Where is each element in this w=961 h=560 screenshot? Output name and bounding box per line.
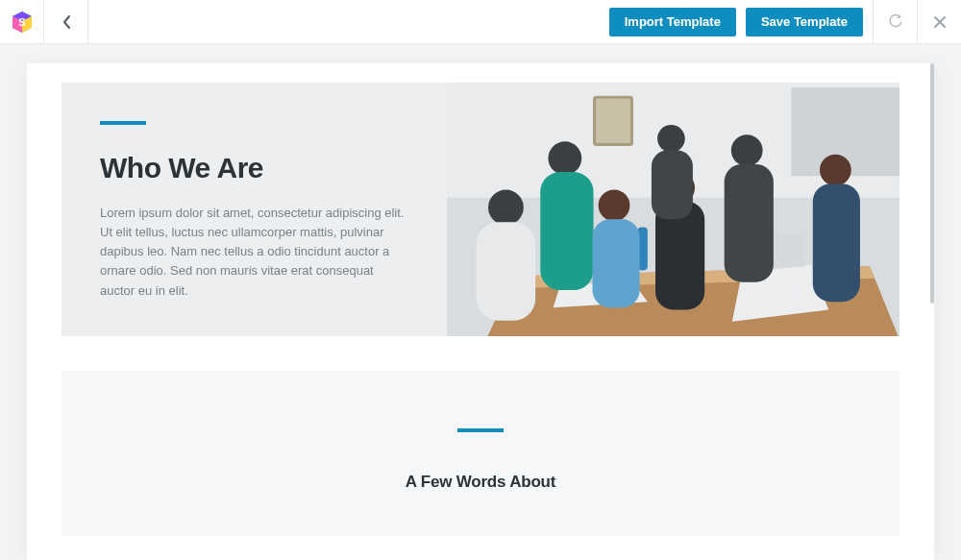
svg-point-18 (549, 141, 582, 175)
hero-body[interactable]: Lorem ipsum dolor sit amet, consectetur … (100, 204, 408, 301)
template-page: Who We Are Lorem ipsum dolor sit amet, c… (27, 63, 934, 560)
svg-rect-21 (593, 219, 640, 307)
save-template-button[interactable]: Save Template (746, 8, 863, 37)
about-title[interactable]: A Few Words About (406, 473, 556, 492)
toolbar-spacer (88, 0, 609, 43)
svg-point-24 (657, 125, 685, 153)
svg-point-20 (599, 190, 630, 222)
close-icon (933, 15, 947, 29)
svg-rect-31 (774, 282, 793, 296)
scrollbar[interactable] (930, 63, 934, 304)
hero-section[interactable]: Who We Are Lorem ipsum dolor sit amet, c… (62, 83, 899, 336)
svg-point-16 (488, 190, 524, 226)
app-root: S Import Template Save Template (0, 0, 961, 560)
svg-rect-7 (595, 97, 632, 144)
topbar: S Import Template Save Template (0, 0, 961, 44)
refresh-icon (888, 14, 903, 30)
close-button[interactable] (917, 0, 961, 43)
team-photo-illustration (447, 83, 899, 336)
back-button[interactable] (44, 0, 88, 43)
editor-canvas[interactable]: Who We Are Lorem ipsum dolor sit amet, c… (0, 44, 961, 560)
svg-rect-27 (725, 164, 774, 282)
svg-rect-25 (652, 151, 693, 220)
hero-image[interactable] (447, 83, 899, 336)
hero-text-column: Who We Are Lorem ipsum dolor sit amet, c… (62, 83, 447, 336)
hero-title[interactable]: Who We Are (100, 152, 408, 184)
accent-bar (457, 428, 504, 432)
svg-point-26 (731, 134, 763, 166)
about-section[interactable]: A Few Words About (62, 371, 899, 536)
chevron-left-icon (62, 14, 71, 30)
svg-rect-29 (813, 183, 860, 302)
svg-rect-19 (540, 172, 593, 290)
refresh-button[interactable] (873, 0, 917, 43)
svg-rect-17 (477, 222, 535, 320)
import-template-button[interactable]: Import Template (609, 8, 736, 37)
svg-text:S: S (18, 16, 25, 28)
accent-bar (100, 121, 146, 125)
logo-icon: S (11, 11, 34, 34)
app-logo[interactable]: S (0, 0, 44, 43)
svg-point-28 (820, 155, 851, 186)
